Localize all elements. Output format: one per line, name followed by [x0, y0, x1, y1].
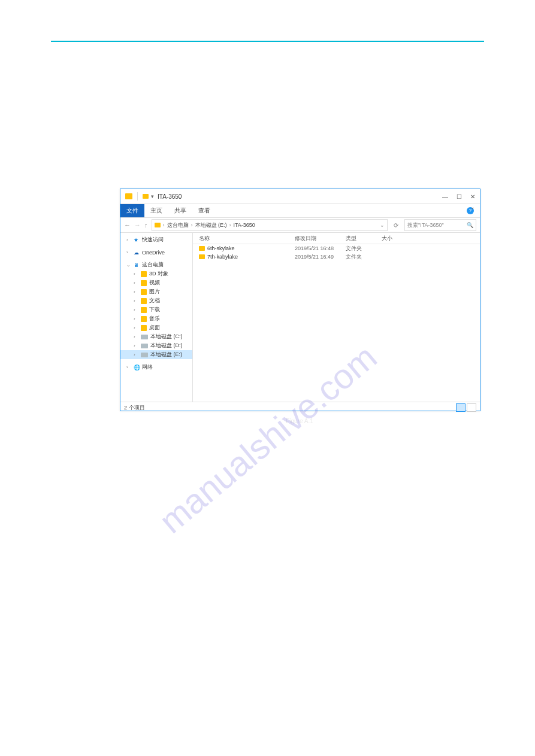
- separator: [137, 192, 138, 201]
- status-bar: 2 个项目: [120, 402, 480, 413]
- col-type[interactable]: 类型: [346, 235, 382, 242]
- refresh-button[interactable]: ⟳: [394, 222, 398, 229]
- chevron-right-icon[interactable]: ›: [191, 222, 193, 228]
- titlebar[interactable]: ▾ ITA-3650 — ☐ ✕: [120, 189, 480, 204]
- folder-icon: [199, 254, 205, 259]
- nav-tree[interactable]: ›★快速访问 ›☁OneDrive ⌄🖥这台电脑 ›3D 对象 ›视频 ›图片 …: [120, 233, 193, 402]
- file-row[interactable]: 7th-kabylake 2019/5/21 16:49 文件夹: [193, 253, 480, 261]
- folder-icon: [125, 193, 132, 199]
- drive-icon: [141, 344, 148, 348]
- up-button[interactable]: ↑: [144, 221, 148, 229]
- tree-item[interactable]: ›文档: [120, 296, 192, 305]
- tree-item[interactable]: ›下载: [120, 305, 192, 314]
- item-count: 2 个项目: [124, 404, 145, 412]
- folder-icon: [199, 246, 205, 251]
- pc-icon: 🖥: [134, 262, 140, 268]
- folder-icon: [141, 280, 147, 286]
- file-list[interactable]: 名称 修改日期 类型 大小 6th-skylake 2019/5/21 16:4…: [193, 233, 480, 402]
- address-dropdown-icon[interactable]: ⌄: [380, 222, 385, 228]
- tree-item[interactable]: ›本地磁盘 (D:): [120, 341, 192, 350]
- ribbon: 文件 主页 共享 查看 ⌄ ?: [120, 204, 480, 218]
- header-rule: [51, 41, 484, 42]
- minimize-button[interactable]: —: [442, 193, 448, 200]
- folder-icon: [141, 316, 147, 322]
- address-bar-row: ← → ↑ › 这台电脑 › 本地磁盘 (E:) › ITA-3650 ⌄ ⟳ …: [120, 218, 480, 233]
- close-button[interactable]: ✕: [470, 193, 475, 200]
- tree-onedrive[interactable]: ›☁OneDrive: [120, 248, 192, 257]
- folder-icon: [155, 223, 161, 227]
- cloud-icon: ☁: [134, 250, 140, 256]
- maximize-button[interactable]: ☐: [457, 193, 462, 200]
- figure-caption: Figure A.1: [120, 418, 479, 424]
- tab-share[interactable]: 共享: [168, 204, 192, 217]
- explorer-window: ▾ ITA-3650 — ☐ ✕ 文件 主页 共享 查看 ⌄ ? ← → ↑ ›: [120, 189, 480, 411]
- tree-item[interactable]: ›本地磁盘 (C:): [120, 332, 192, 341]
- folder-icon: [141, 289, 147, 295]
- file-row[interactable]: 6th-skylake 2019/5/21 16:48 文件夹: [193, 244, 480, 253]
- folder-icon: [141, 325, 147, 331]
- column-headers[interactable]: 名称 修改日期 类型 大小: [193, 233, 480, 244]
- forward-button[interactable]: →: [134, 221, 141, 229]
- tree-item[interactable]: ›3D 对象: [120, 269, 192, 278]
- tab-view[interactable]: 查看: [192, 204, 216, 217]
- back-button[interactable]: ←: [124, 221, 131, 229]
- window-title: ITA-3650: [158, 193, 182, 200]
- breadcrumb-item[interactable]: 这台电脑: [167, 221, 189, 229]
- tree-quick-access[interactable]: ›★快速访问: [120, 235, 192, 244]
- tab-file[interactable]: 文件: [120, 204, 144, 217]
- drive-icon: [141, 353, 148, 357]
- folder-icon: [141, 298, 147, 304]
- search-placeholder: 搜索"ITA-3650": [407, 221, 444, 229]
- tree-item[interactable]: ›桌面: [120, 323, 192, 332]
- ribbon-expand-icon[interactable]: ⌄: [470, 204, 475, 210]
- tree-network[interactable]: ›🌐网络: [120, 363, 192, 372]
- breadcrumb[interactable]: › 这台电脑 › 本地磁盘 (E:) › ITA-3650 ⌄: [152, 219, 388, 231]
- view-icons-button[interactable]: [467, 403, 476, 412]
- drive-icon: [141, 335, 148, 339]
- tree-item[interactable]: ›图片: [120, 287, 192, 296]
- chevron-right-icon[interactable]: ›: [163, 222, 165, 228]
- tree-this-pc[interactable]: ⌄🖥这台电脑: [120, 260, 192, 269]
- folder-icon: [141, 271, 147, 277]
- col-size[interactable]: 大小: [382, 235, 418, 242]
- star-icon: ★: [134, 237, 140, 243]
- view-details-button[interactable]: [456, 403, 466, 412]
- folder-icon: [141, 307, 147, 313]
- qat-dropdown[interactable]: ▾: [151, 193, 154, 199]
- network-icon: 🌐: [134, 365, 140, 371]
- folder-icon[interactable]: [143, 194, 149, 199]
- col-date[interactable]: 修改日期: [295, 235, 346, 242]
- tree-item[interactable]: ›视频: [120, 278, 192, 287]
- search-icon[interactable]: 🔍: [467, 222, 473, 228]
- breadcrumb-item[interactable]: ITA-3650: [234, 222, 255, 228]
- tree-item-selected[interactable]: ›本地磁盘 (E:): [120, 350, 192, 359]
- search-input[interactable]: 搜索"ITA-3650" 🔍: [404, 219, 476, 231]
- tab-home[interactable]: 主页: [144, 204, 168, 217]
- col-name[interactable]: 名称: [193, 235, 295, 242]
- tree-item[interactable]: ›音乐: [120, 314, 192, 323]
- chevron-right-icon[interactable]: ›: [229, 222, 231, 228]
- breadcrumb-item[interactable]: 本地磁盘 (E:): [195, 221, 227, 229]
